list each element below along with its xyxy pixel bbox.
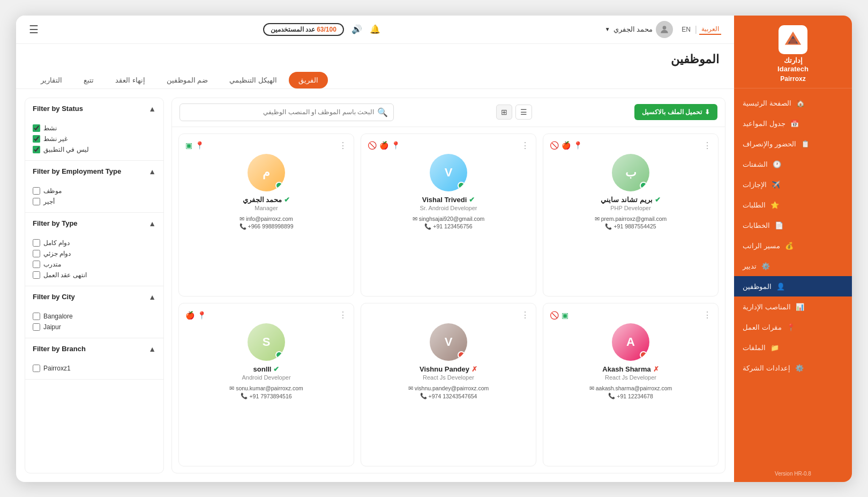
type-fulltime-label: دوام كامل	[43, 239, 70, 247]
list-item[interactable]: أجير	[33, 196, 156, 207]
status-dot	[458, 182, 465, 189]
status-notapp-checkbox[interactable]	[33, 146, 40, 153]
filter-branch-header[interactable]: ▲ Filter by Branch	[25, 338, 163, 360]
list-view-button[interactable]: ☰	[515, 105, 532, 120]
employee-name: ✔ بريم تشاند سايني	[601, 196, 660, 204]
status-active-label: نشط	[43, 124, 57, 132]
list-item[interactable]: نشط	[33, 123, 156, 133]
tab-team[interactable]: الفريق	[289, 72, 328, 88]
list-item[interactable]: انتهى عقد العمل	[33, 270, 156, 280]
sidebar-item-label: المناصب الإدارية	[743, 303, 791, 311]
list-item[interactable]: دوام جزئي	[33, 248, 156, 259]
list-item[interactable]: Jaipur	[33, 322, 156, 332]
filter-city-header[interactable]: ▲ Filter by City	[25, 286, 163, 308]
search-input[interactable]	[185, 108, 374, 116]
type-ended-checkbox[interactable]	[33, 271, 40, 279]
type-intern-checkbox[interactable]	[33, 261, 40, 268]
filter-employment-header[interactable]: ▲ Filter by Employment Type	[25, 161, 163, 182]
city-jaipur-checkbox[interactable]	[33, 323, 40, 331]
sidebar-item-salaries[interactable]: 📄 الخطابات	[734, 215, 852, 235]
location-pin-icon: 📍	[573, 141, 582, 150]
sidebar-item-company[interactable]: ⚙️ إعدادات الشركة	[734, 358, 852, 378]
mail-icon: ✉	[408, 385, 413, 391]
shifts-icon: 🕐	[772, 159, 782, 169]
check-icon: ✔	[655, 196, 661, 204]
card-menu-icon[interactable]: ⋮	[521, 140, 529, 151]
card-menu-icon[interactable]: ⋮	[521, 310, 529, 320]
card-menu-icon[interactable]: ⋮	[703, 140, 712, 151]
bell-icon[interactable]: 🔔	[370, 24, 380, 34]
collapse-icon: ▲	[148, 167, 156, 176]
lang-en-button[interactable]: EN	[679, 25, 693, 34]
attendance-icon: 📋	[800, 139, 810, 149]
employment-mwazaf-checkbox[interactable]	[33, 187, 40, 195]
sidebar-item-locations[interactable]: 📍 مقرات العمل	[734, 317, 852, 337]
list-item[interactable]: غير نشط	[33, 133, 156, 144]
list-item[interactable]: موظف	[33, 186, 156, 196]
sidebar-item-employees[interactable]: 👤 الموظفين	[734, 276, 852, 296]
list-item[interactable]: ليس في التطبيق	[33, 144, 156, 155]
user-name: محمد الجفري	[613, 25, 653, 33]
sidebar-item-career[interactable]: 💰 مسير الراتب	[734, 235, 852, 256]
sidebar-item-home[interactable]: 🏠 الصفحة الرئيسية	[734, 93, 852, 113]
sidebar-username: Pairroxz	[780, 75, 805, 83]
grid-view-button[interactable]: ⊞	[496, 105, 512, 120]
type-fulltime-checkbox[interactable]	[33, 239, 40, 247]
tab-add[interactable]: ضم الموظفين	[157, 72, 218, 88]
card-menu-icon[interactable]: ⋮	[339, 140, 347, 151]
export-button[interactable]: ⬇ تحميل الملف بالاكسيل	[634, 104, 717, 120]
list-item[interactable]: متدرب	[33, 259, 156, 270]
list-item[interactable]: Bangalore	[33, 311, 156, 322]
sidebar-item-label: الصفحة الرئيسية	[743, 99, 791, 107]
status-inactive-checkbox[interactable]	[33, 135, 40, 143]
sidebar-item-label: جدول المواعيد	[743, 120, 785, 128]
card-menu-icon[interactable]: ⋮	[339, 310, 347, 320]
list-item[interactable]: دوام كامل	[33, 238, 156, 248]
sidebar-item-requests[interactable]: ⭐ الطلبات	[734, 195, 852, 215]
sidebar-item-files[interactable]: 📁 الملفات	[734, 337, 852, 358]
status-dot	[275, 182, 283, 189]
filter-type-body: دوام كامل دوام جزئي متدرب انتهى عقد	[25, 234, 163, 286]
tab-track[interactable]: تتبع	[74, 72, 103, 88]
tab-org[interactable]: الهيكل التنظيمي	[220, 72, 287, 88]
branch-pairroxz-checkbox[interactable]	[33, 365, 40, 372]
sidebar-item-shifts[interactable]: 🕐 الشفتات	[734, 154, 852, 174]
settings-icon: ⚙️	[795, 363, 804, 373]
sidebar-item-positions[interactable]: 📊 المناصب الإدارية	[734, 296, 852, 317]
sidebar-item-schedule[interactable]: 📅 جدول المواعيد	[734, 113, 852, 133]
check-icon: ✔	[273, 365, 279, 373]
sidebar-item-attendance[interactable]: 📋 الحضور والإنصراف	[734, 133, 852, 154]
employment-ajir-checkbox[interactable]	[33, 198, 40, 205]
tab-contract[interactable]: إنهاء العقد	[106, 72, 155, 88]
filter-city-section: ▲ Filter by City Bangalore Jaipur	[25, 286, 163, 338]
hamburger-icon[interactable]: ☰	[29, 23, 39, 36]
table-row: ⋮ 📍 🍎 S ✔ sonlll	[178, 303, 354, 466]
avatar: V	[430, 323, 467, 361]
card-menu-icon[interactable]: ⋮	[703, 310, 712, 320]
filter-status-header[interactable]: ▲ Filter by Status	[25, 98, 163, 120]
type-parttime-checkbox[interactable]	[33, 250, 40, 257]
filter-status-body: نشط غير نشط ليس في التطبيق	[25, 120, 163, 160]
filter-type-header[interactable]: ▲ Filter by Type	[25, 213, 163, 234]
user-area[interactable]: محمد الجفري ▼	[605, 21, 674, 38]
branch-pairroxz-label: Pairroxz1	[43, 365, 71, 372]
location-pin-icon: 📍	[391, 141, 400, 150]
lang-ar-button[interactable]: العربية	[699, 24, 721, 35]
sidebar-item-admin[interactable]: ⚙️ تديير	[734, 256, 852, 276]
chevron-down-icon: ▼	[605, 26, 610, 32]
filter-city-title: Filter by City	[33, 293, 75, 301]
topbar-right: العربية | EN محمد الجفري ▼	[605, 21, 721, 38]
status-active-checkbox[interactable]	[33, 124, 40, 132]
employee-name: ✔ Vishal Trivedi	[422, 196, 475, 204]
list-item[interactable]: Pairroxz1	[33, 363, 156, 374]
mail-icon: ✉	[240, 216, 244, 222]
volume-icon[interactable]: 🔊	[351, 24, 362, 34]
chart-icon: 📊	[795, 302, 805, 311]
home-icon: 🏠	[796, 98, 805, 108]
city-jaipur-label: Jaipur	[43, 323, 61, 331]
city-bangalore-checkbox[interactable]	[33, 313, 40, 320]
tab-reports[interactable]: التقارير	[31, 72, 72, 88]
type-intern-label: متدرب	[43, 261, 61, 268]
sidebar-item-leaves[interactable]: ✈️ الإجازات	[734, 174, 852, 195]
logo-icon	[779, 25, 807, 54]
